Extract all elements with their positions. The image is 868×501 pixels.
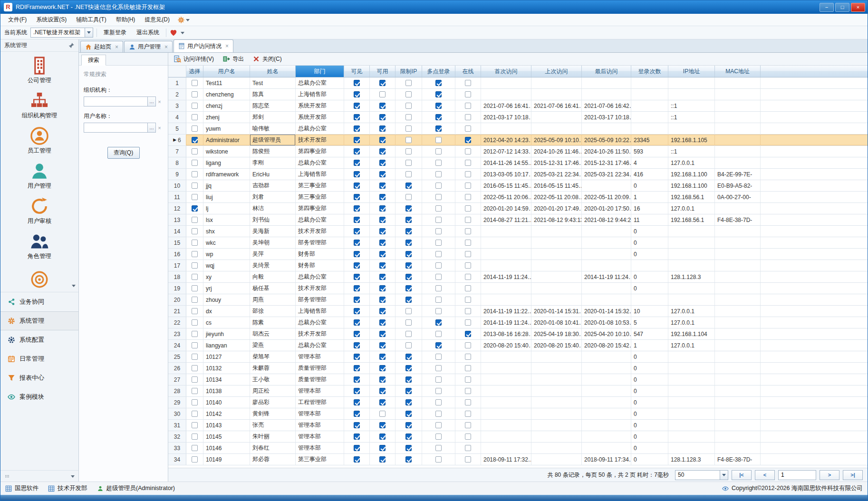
visible-checkbox[interactable] xyxy=(354,251,360,257)
chevron-down-icon[interactable] xyxy=(186,19,190,23)
multi-login-checkbox[interactable] xyxy=(435,103,442,109)
visible-checkbox[interactable] xyxy=(354,376,360,383)
table-row[interactable]: 16wp吴萍财务部0 xyxy=(168,249,868,260)
grip-icon[interactable] xyxy=(4,473,10,479)
row-select-checkbox[interactable] xyxy=(192,171,198,177)
sidebar-module-用户审核[interactable]: 用户审核 xyxy=(0,193,78,228)
row-select-checkbox[interactable] xyxy=(192,331,198,337)
chevron-down-icon[interactable] xyxy=(85,28,93,37)
online-checkbox[interactable] xyxy=(465,205,471,212)
visible-checkbox[interactable] xyxy=(354,445,360,451)
nav-group-业务协同[interactable]: 业务协同 xyxy=(0,292,78,311)
online-checkbox[interactable] xyxy=(465,354,471,360)
row-select-checkbox[interactable] xyxy=(192,160,198,166)
table-row[interactable]: 2chenzheng陈真上海销售部 xyxy=(168,89,868,100)
usable-checkbox[interactable] xyxy=(379,217,386,223)
online-checkbox[interactable] xyxy=(465,285,471,291)
visible-checkbox[interactable] xyxy=(354,388,360,394)
tab-close-icon[interactable]: × xyxy=(225,43,229,49)
visible-checkbox[interactable] xyxy=(354,308,360,314)
sidebar-module-公司管理[interactable]: 公司管理 xyxy=(0,52,78,87)
column-header-MAC地址[interactable]: MAC地址 xyxy=(715,66,761,77)
online-checkbox[interactable] xyxy=(465,183,471,189)
visible-checkbox[interactable] xyxy=(354,103,360,109)
table-row[interactable]: 12lj林洁第四事业部2020-01-20 14:59…2020-01-20 1… xyxy=(168,203,868,214)
org-picker-button[interactable]: … xyxy=(147,96,156,106)
restrict-ip-checkbox[interactable] xyxy=(405,376,412,383)
table-row[interactable]: 21dx邵徐上海销售部2014-11-19 11:22…2020-01-14 1… xyxy=(168,306,868,317)
nav-group-系统管理[interactable]: 系统管理 xyxy=(0,311,78,330)
row-select-checkbox[interactable] xyxy=(192,445,198,451)
row-select-checkbox[interactable] xyxy=(192,217,198,223)
restrict-ip-checkbox[interactable] xyxy=(405,388,412,394)
minimize-button[interactable]: − xyxy=(820,3,834,12)
column-header-可用[interactable]: 可用 xyxy=(370,66,395,77)
restrict-ip-checkbox[interactable] xyxy=(405,342,412,348)
multi-login-checkbox[interactable] xyxy=(435,274,442,280)
online-checkbox[interactable] xyxy=(465,274,471,280)
row-select-checkbox[interactable] xyxy=(192,411,198,417)
chevron-down-icon[interactable] xyxy=(181,32,184,36)
first-page-button[interactable]: |< xyxy=(732,470,752,480)
multi-login-checkbox[interactable] xyxy=(435,251,442,257)
usable-checkbox[interactable] xyxy=(379,240,386,246)
table-row[interactable]: 7wikstone陈俊熙第四事业部2012-07-12 14:33…2024-1… xyxy=(168,146,868,157)
online-checkbox[interactable] xyxy=(465,445,471,451)
multi-login-checkbox[interactable] xyxy=(435,376,442,383)
visible-checkbox[interactable] xyxy=(354,297,360,303)
usable-checkbox[interactable] xyxy=(379,274,386,280)
visible-checkbox[interactable] xyxy=(354,342,360,348)
username-picker-button[interactable]: … xyxy=(147,123,156,133)
online-checkbox[interactable] xyxy=(465,456,471,462)
restrict-ip-checkbox[interactable] xyxy=(405,217,412,223)
sidebar-module-员工管理[interactable]: 员工管理 xyxy=(0,122,78,157)
row-select-checkbox[interactable] xyxy=(192,297,198,303)
column-header-姓名[interactable]: 姓名 xyxy=(250,66,296,77)
heart-icon[interactable] xyxy=(170,29,177,37)
usable-checkbox[interactable] xyxy=(379,91,386,97)
visible-checkbox[interactable] xyxy=(354,160,360,166)
table-row[interactable]: 11liuj刘君第三事业部2022-05-11 20:06…2022-05-11… xyxy=(168,192,868,203)
row-select-checkbox[interactable] xyxy=(192,103,198,109)
close-button[interactable]: × xyxy=(851,3,865,12)
page-size-select[interactable]: 50 xyxy=(675,470,728,480)
table-row[interactable]: 3chenzj陈志坚系统开发部2021-07-06 16:41…2021-07-… xyxy=(168,100,868,112)
multi-login-checkbox[interactable] xyxy=(435,445,442,451)
usable-checkbox[interactable] xyxy=(379,399,386,405)
restrict-ip-checkbox[interactable] xyxy=(405,205,412,212)
last-page-button[interactable]: >| xyxy=(843,470,863,480)
tab-用户访问情况[interactable]: 用户访问情况× xyxy=(174,39,233,52)
nav-group-案例模块[interactable]: 案例模块 xyxy=(0,387,78,406)
usable-checkbox[interactable] xyxy=(379,205,386,212)
restrict-ip-checkbox[interactable] xyxy=(405,251,412,257)
multi-login-checkbox[interactable] xyxy=(435,228,442,234)
row-select-checkbox[interactable] xyxy=(192,342,198,348)
usable-checkbox[interactable] xyxy=(379,354,386,360)
table-row[interactable]: 3310146刘春红管理本部0 xyxy=(168,443,868,454)
table-row[interactable]: 18xy向毅总裁办公室2014-11-19 11:24…2014-11-19 1… xyxy=(168,271,868,283)
column-header-限制IP[interactable]: 限制IP xyxy=(395,66,422,77)
visible-checkbox[interactable] xyxy=(354,411,360,417)
relogin-button[interactable]: 重新登录 xyxy=(100,27,130,39)
visible-checkbox[interactable] xyxy=(354,194,360,200)
visible-checkbox[interactable] xyxy=(354,137,360,143)
multi-login-checkbox[interactable] xyxy=(435,297,442,303)
table-row[interactable]: 3210145朱叶丽管理本部0 xyxy=(168,431,868,443)
online-checkbox[interactable] xyxy=(465,148,471,154)
exit-system-button[interactable]: 退出系统 xyxy=(133,27,163,39)
table-row[interactable]: 2810138周正松管理本部0 xyxy=(168,385,868,397)
restrict-ip-checkbox[interactable] xyxy=(405,114,412,120)
restrict-ip-checkbox[interactable] xyxy=(405,445,412,451)
visible-checkbox[interactable] xyxy=(354,456,360,462)
org-clear-icon[interactable]: × xyxy=(156,99,163,105)
usable-checkbox[interactable] xyxy=(379,308,386,314)
visible-checkbox[interactable] xyxy=(354,125,360,132)
menu-item[interactable]: 辅助工具(T) xyxy=(71,14,111,26)
nav-group-报表中心[interactable]: 报表中心 xyxy=(0,368,78,387)
restrict-ip-checkbox[interactable] xyxy=(405,262,412,269)
usable-checkbox[interactable] xyxy=(379,285,386,291)
visible-checkbox[interactable] xyxy=(354,274,360,280)
column-header-部门[interactable]: 部门 xyxy=(296,66,344,77)
usable-checkbox[interactable] xyxy=(379,331,386,337)
table-row[interactable]: 1Test11Test总裁办公室 xyxy=(168,77,868,89)
